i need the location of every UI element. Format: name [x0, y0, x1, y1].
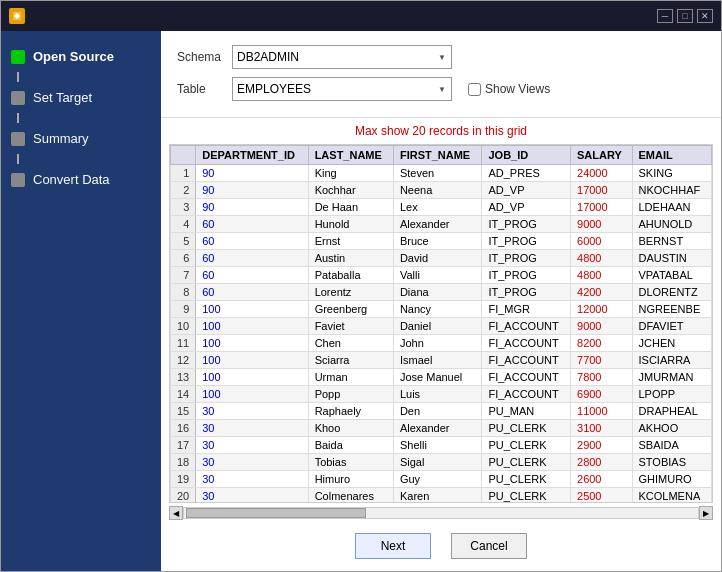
cell-job-id: PU_CLERK: [482, 437, 571, 454]
schema-select[interactable]: DB2ADMIN: [232, 45, 452, 69]
sidebar-item-summary[interactable]: Summary: [1, 123, 161, 154]
cell-salary: 8200: [571, 335, 632, 352]
cell-job-id: PU_CLERK: [482, 454, 571, 471]
cell-email: LPOPP: [632, 386, 712, 403]
sidebar-label-summary: Summary: [33, 131, 89, 146]
cell-last-name: Lorentz: [308, 284, 393, 301]
table-row: 2030ColmenaresKarenPU_CLERK2500KCOLMENA: [171, 488, 712, 504]
cell-email: LDEHAAN: [632, 199, 712, 216]
table-row: 10100FavietDanielFI_ACCOUNT9000DFAVIET: [171, 318, 712, 335]
cell-dept: 30: [196, 420, 308, 437]
cell-job-id: FI_ACCOUNT: [482, 352, 571, 369]
cell-first-name: Luis: [393, 386, 482, 403]
cell-email: NGREENBE: [632, 301, 712, 318]
row-number: 15: [171, 403, 196, 420]
footer: Next Cancel: [161, 523, 721, 571]
scroll-left-button[interactable]: ◀: [169, 506, 183, 520]
cell-email: ISCIARRA: [632, 352, 712, 369]
cell-dept: 60: [196, 267, 308, 284]
cancel-button[interactable]: Cancel: [451, 533, 527, 559]
cell-dept: 90: [196, 199, 308, 216]
form-area: Schema DB2ADMIN Table EMPLOYEES: [161, 31, 721, 118]
sidebar-label-open-source: Open Source: [33, 49, 114, 64]
sidebar-item-open-source[interactable]: Open Source: [1, 41, 161, 72]
cell-dept: 30: [196, 471, 308, 488]
table-row: 1530RaphaelyDenPU_MAN11000DRAPHEAL: [171, 403, 712, 420]
row-number: 10: [171, 318, 196, 335]
cell-email: SKING: [632, 165, 712, 182]
cell-dept: 60: [196, 233, 308, 250]
cell-job-id: IT_PROG: [482, 267, 571, 284]
cell-dept: 90: [196, 182, 308, 199]
cell-dept: 100: [196, 335, 308, 352]
cell-email: GHIMURO: [632, 471, 712, 488]
row-number: 6: [171, 250, 196, 267]
connector-2: [17, 113, 19, 123]
cell-first-name: Alexander: [393, 216, 482, 233]
cell-first-name: Diana: [393, 284, 482, 301]
row-number: 13: [171, 369, 196, 386]
window-body: Open Source Set Target Summary Convert D…: [1, 31, 721, 571]
cell-salary: 4200: [571, 284, 632, 301]
cell-salary: 2900: [571, 437, 632, 454]
scrollbar-thumb[interactable]: [186, 508, 366, 518]
cell-salary: 2800: [571, 454, 632, 471]
info-text: Max show 20 records in this grid: [161, 118, 721, 144]
row-number: 9: [171, 301, 196, 318]
minimize-button[interactable]: ─: [657, 9, 673, 23]
table-select[interactable]: EMPLOYEES: [232, 77, 452, 101]
show-views-label[interactable]: Show Views: [468, 82, 550, 96]
table-row: 9100GreenbergNancyFI_MGR12000NGREENBE: [171, 301, 712, 318]
connector-1: [17, 72, 19, 82]
cell-last-name: Ernst: [308, 233, 393, 250]
cell-last-name: Hunold: [308, 216, 393, 233]
window-controls: ─ □ ✕: [657, 9, 713, 23]
cell-salary: 4800: [571, 250, 632, 267]
cell-job-id: IT_PROG: [482, 233, 571, 250]
cell-last-name: Faviet: [308, 318, 393, 335]
scrollbar-track[interactable]: [183, 507, 699, 519]
cell-last-name: Sciarra: [308, 352, 393, 369]
row-number: 4: [171, 216, 196, 233]
show-views-checkbox[interactable]: [468, 83, 481, 96]
table-row: 290KochharNeenaAD_VP17000NKOCHHAF: [171, 182, 712, 199]
next-button[interactable]: Next: [355, 533, 431, 559]
step-indicator-summary: [11, 132, 25, 146]
schema-select-wrapper: DB2ADMIN: [232, 45, 452, 69]
table-row: 12100SciarraIsmaelFI_ACCOUNT7700ISCIARRA: [171, 352, 712, 369]
cell-salary: 9000: [571, 216, 632, 233]
cell-last-name: Raphaely: [308, 403, 393, 420]
data-table-container[interactable]: DEPARTMENT_ID LAST_NAME FIRST_NAME JOB_I…: [169, 144, 713, 503]
cell-job-id: AD_VP: [482, 199, 571, 216]
cell-last-name: Greenberg: [308, 301, 393, 318]
cell-salary: 2600: [571, 471, 632, 488]
sidebar-item-convert-data[interactable]: Convert Data: [1, 164, 161, 195]
cell-email: DAUSTIN: [632, 250, 712, 267]
sidebar-label-set-target: Set Target: [33, 90, 92, 105]
maximize-button[interactable]: □: [677, 9, 693, 23]
cell-salary: 3100: [571, 420, 632, 437]
cell-salary: 24000: [571, 165, 632, 182]
cell-dept: 30: [196, 454, 308, 471]
cell-email: BERNST: [632, 233, 712, 250]
table-row: 1630KhooAlexanderPU_CLERK3100AKHOO: [171, 420, 712, 437]
scroll-right-button[interactable]: ▶: [699, 506, 713, 520]
close-button[interactable]: ✕: [697, 9, 713, 23]
row-number: 14: [171, 386, 196, 403]
horizontal-scrollbar[interactable]: ◀ ▶: [169, 505, 713, 521]
cell-job-id: AD_VP: [482, 182, 571, 199]
cell-first-name: Valli: [393, 267, 482, 284]
cell-job-id: PU_MAN: [482, 403, 571, 420]
cell-first-name: Lex: [393, 199, 482, 216]
cell-job-id: FI_ACCOUNT: [482, 369, 571, 386]
sidebar-item-set-target[interactable]: Set Target: [1, 82, 161, 113]
table-row: 14100PoppLuisFI_ACCOUNT6900LPOPP: [171, 386, 712, 403]
cell-salary: 4800: [571, 267, 632, 284]
cell-email: DFAVIET: [632, 318, 712, 335]
main-content: Schema DB2ADMIN Table EMPLOYEES: [161, 31, 721, 571]
step-indicator-convert-data: [11, 173, 25, 187]
table-row: 190KingStevenAD_PRES24000SKING: [171, 165, 712, 182]
cell-first-name: David: [393, 250, 482, 267]
col-header-job: JOB_ID: [482, 146, 571, 165]
table-row: 1930HimuroGuyPU_CLERK2600GHIMURO: [171, 471, 712, 488]
